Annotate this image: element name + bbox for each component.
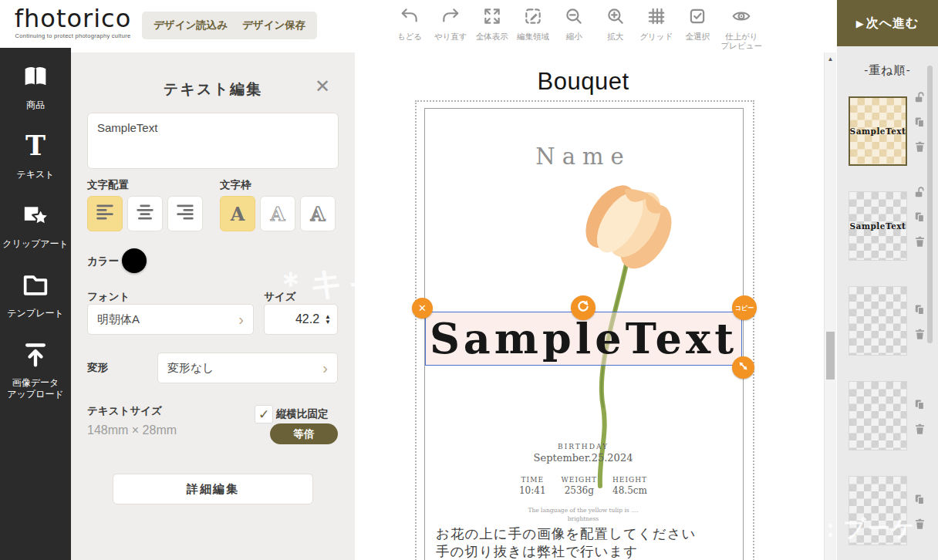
design-title: Bouquet bbox=[355, 68, 811, 96]
sidebar: 商品 T テキスト クリップアート テンプレート 画像データアップロード bbox=[0, 48, 71, 560]
duplicate-icon[interactable] bbox=[913, 116, 927, 132]
copy-label: コピー bbox=[735, 304, 754, 312]
align-right-icon bbox=[174, 201, 196, 226]
close-icon: ✕ bbox=[418, 302, 427, 314]
frame-outline-a-icon: A bbox=[271, 203, 285, 225]
size-stepper[interactable]: 42.2 ▲▼ bbox=[264, 304, 338, 335]
zoom-out-icon bbox=[564, 6, 584, 29]
spin-down-icon[interactable]: ▼ bbox=[325, 319, 331, 325]
duplicate-icon[interactable] bbox=[913, 303, 927, 319]
finish-preview-button[interactable]: 仕上がりプレビュー bbox=[721, 6, 762, 50]
name-placeholder[interactable]: Name bbox=[355, 143, 811, 170]
size-label: サイズ bbox=[264, 290, 295, 304]
birthday-value: September.25.2024 bbox=[355, 452, 811, 464]
clipart-icon bbox=[20, 201, 51, 234]
stats-row: TIME 10:41 WEIGHT 2536g HEIGHT 48.5cm bbox=[355, 476, 811, 496]
stat-height: HEIGHT 48.5cm bbox=[612, 476, 647, 496]
flower-note-line1: The language of the yellow tulip is .... bbox=[355, 507, 811, 514]
select-all-button[interactable]: 全選択 bbox=[680, 6, 715, 50]
close-icon[interactable]: ✕ bbox=[315, 77, 330, 96]
textsize-label: テキストサイズ bbox=[87, 404, 162, 418]
play-icon: ▶ bbox=[856, 18, 865, 29]
trash-icon[interactable] bbox=[913, 423, 927, 439]
sidebar-item-template[interactable]: テンプレート bbox=[0, 270, 71, 319]
layer-thumbnail-5[interactable] bbox=[849, 476, 907, 545]
align-left-icon bbox=[94, 201, 116, 226]
logo-tagline: Continuing to protect photography cultur… bbox=[9, 32, 137, 39]
equal-scale-button[interactable]: 等倍 bbox=[270, 423, 338, 444]
unlock-icon[interactable] bbox=[913, 186, 927, 202]
sidebar-item-text[interactable]: T テキスト bbox=[0, 131, 71, 180]
svg-text:T: T bbox=[25, 131, 46, 161]
check-icon: ✓ bbox=[258, 408, 269, 421]
align-right-button[interactable] bbox=[167, 196, 203, 231]
template-folder-icon bbox=[20, 270, 51, 304]
stat-weight: WEIGHT 2536g bbox=[562, 476, 597, 496]
canvas-scrollbar[interactable]: ▲ bbox=[824, 52, 836, 560]
frame-none-button[interactable]: A bbox=[220, 196, 255, 231]
book-icon bbox=[20, 62, 51, 96]
chevron-right-icon: › bbox=[238, 312, 244, 326]
duplicate-icon[interactable] bbox=[913, 398, 927, 414]
layer-thumbnail-1[interactable]: SampleText bbox=[849, 96, 907, 166]
text-icon: T bbox=[20, 131, 51, 165]
scroll-up-icon[interactable]: ▲ bbox=[825, 56, 836, 62]
preview-eye-icon bbox=[731, 6, 751, 29]
panel-title: テキスト編集 bbox=[71, 79, 355, 100]
align-center-icon bbox=[134, 201, 156, 226]
copy-handle[interactable]: コピー bbox=[732, 295, 757, 320]
layer-thumbnail-2[interactable]: SampleText bbox=[849, 191, 907, 261]
duplicate-icon[interactable] bbox=[913, 211, 927, 227]
design-save-button[interactable]: デザイン保存 bbox=[231, 12, 317, 39]
color-swatch[interactable] bbox=[122, 248, 147, 273]
layer-4-actions bbox=[913, 398, 927, 439]
delete-handle[interactable]: ✕ bbox=[412, 298, 433, 319]
sidebar-item-product[interactable]: 商品 bbox=[0, 62, 71, 111]
trash-icon[interactable] bbox=[913, 140, 927, 157]
sidebar-item-image-upload[interactable]: 画像データアップロード bbox=[0, 339, 71, 400]
zoom-in-icon bbox=[606, 6, 626, 29]
trash-icon[interactable] bbox=[913, 328, 927, 344]
aspect-ratio-checkbox[interactable]: ✓ bbox=[255, 405, 273, 423]
frame-double-a-icon: A bbox=[311, 203, 326, 225]
next-step-button[interactable]: ▶次へ進む bbox=[837, 0, 938, 46]
grid-icon bbox=[646, 6, 666, 29]
trash-icon[interactable] bbox=[913, 235, 927, 251]
unlock-icon[interactable] bbox=[913, 91, 927, 107]
undo-button[interactable]: もどる bbox=[392, 6, 427, 50]
frame-double-outline-button[interactable]: A bbox=[300, 196, 336, 231]
redo-icon bbox=[440, 6, 461, 29]
align-center-button[interactable] bbox=[127, 196, 163, 231]
fit-view-button[interactable]: 全体表示 bbox=[474, 6, 510, 50]
sidebar-item-clipart[interactable]: クリップアート bbox=[0, 201, 71, 250]
grid-button[interactable]: グリッド bbox=[639, 6, 674, 50]
resize-diagonal-icon bbox=[737, 360, 749, 375]
layer-2-actions bbox=[913, 186, 927, 251]
align-left-button[interactable] bbox=[87, 196, 123, 231]
zoom-in-button[interactable]: 拡大 bbox=[598, 6, 633, 50]
zoom-out-button[interactable]: 縮小 bbox=[556, 6, 592, 50]
design-load-button[interactable]: デザイン読込み bbox=[142, 12, 239, 39]
layer-3-actions bbox=[913, 303, 927, 344]
resize-handle[interactable] bbox=[732, 356, 754, 379]
transform-select[interactable]: 変形なし › bbox=[157, 353, 338, 383]
font-select[interactable]: 明朝体A › bbox=[87, 304, 254, 335]
stat-time: TIME 10:41 bbox=[519, 476, 546, 496]
layer-thumbnail-3[interactable] bbox=[849, 286, 907, 356]
redo-button[interactable]: やり直す bbox=[433, 6, 468, 50]
trash-icon[interactable] bbox=[913, 518, 927, 534]
logo: fhotorico Continuing to protect photogra… bbox=[9, 3, 137, 39]
frame-filled-a-icon: A bbox=[231, 203, 245, 225]
detail-edit-button[interactable]: 詳細編集 bbox=[113, 474, 313, 504]
rotate-icon bbox=[576, 299, 590, 316]
layer-thumbnail-4[interactable] bbox=[849, 381, 907, 450]
rotate-handle[interactable] bbox=[571, 295, 596, 320]
text-content-input[interactable]: SampleText bbox=[87, 113, 339, 169]
canvas-scrollbar-thumb[interactable] bbox=[826, 332, 835, 380]
frame-outline-button[interactable]: A bbox=[260, 196, 295, 231]
edit-area-button[interactable]: 編集領域 bbox=[515, 6, 551, 50]
layers-scrollbar-thumb[interactable] bbox=[927, 66, 933, 343]
upload-icon bbox=[20, 339, 51, 373]
layers-panel-title: -重ね順- bbox=[837, 63, 938, 78]
duplicate-icon[interactable] bbox=[913, 493, 927, 509]
